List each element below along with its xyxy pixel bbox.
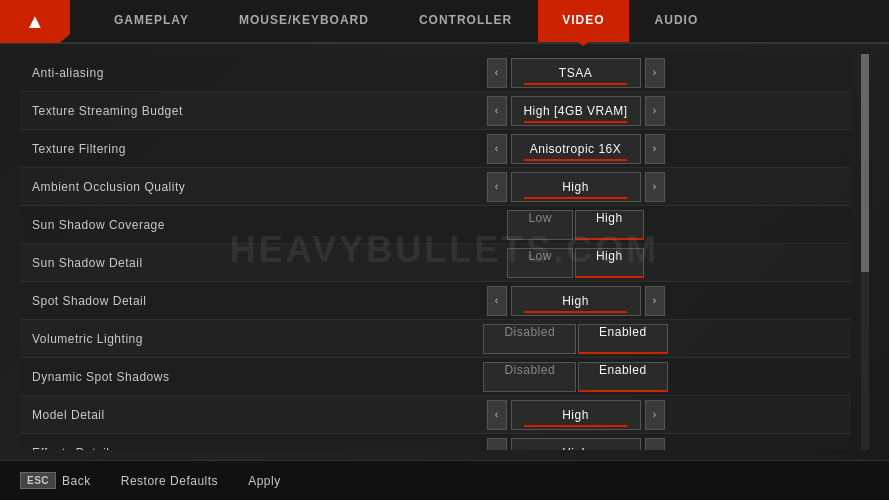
action-apply[interactable]: Apply bbox=[248, 474, 281, 488]
value-ambient-occlusion: High bbox=[511, 172, 641, 202]
next-ambient-occlusion[interactable]: › bbox=[645, 172, 665, 202]
settings-panel[interactable]: Anti-aliasing ‹ TSAA › Texture Streaming… bbox=[20, 54, 851, 450]
next-effects-detail[interactable]: › bbox=[645, 438, 665, 451]
action-restore-defaults[interactable]: Restore Defaults bbox=[121, 474, 218, 488]
toggle-volumetric-lighting-disabled[interactable]: Disabled bbox=[483, 324, 576, 354]
control-spot-shadow-detail: ‹ High › bbox=[312, 286, 839, 316]
toggle-sun-shadow-detail: Low High bbox=[507, 248, 643, 278]
toggle-sun-shadow-coverage: Low High bbox=[507, 210, 643, 240]
next-spot-shadow-detail[interactable]: › bbox=[645, 286, 665, 316]
apply-label: Apply bbox=[248, 474, 281, 488]
prev-spot-shadow-detail[interactable]: ‹ bbox=[487, 286, 507, 316]
toggle-volumetric-lighting-enabled[interactable]: Enabled bbox=[578, 324, 668, 354]
value-effects-detail: High bbox=[511, 438, 641, 451]
back-label: Back bbox=[62, 474, 91, 488]
esc-key-badge: ESC bbox=[20, 472, 56, 489]
label-ambient-occlusion: Ambient Occlusion Quality bbox=[32, 180, 312, 194]
arrow-selector-spot-shadow-detail: ‹ High › bbox=[487, 286, 665, 316]
setting-row-texture-filtering: Texture Filtering ‹ Anisotropic 16X › bbox=[20, 130, 851, 168]
toggle-sun-shadow-coverage-low[interactable]: Low bbox=[507, 210, 573, 240]
control-sun-shadow-detail: Low High bbox=[312, 248, 839, 278]
label-texture-streaming: Texture Streaming Budget bbox=[32, 104, 312, 118]
arrow-selector-texture-filtering: ‹ Anisotropic 16X › bbox=[487, 134, 665, 164]
control-dynamic-spot-shadows: Disabled Enabled bbox=[312, 362, 839, 392]
toggle-dynamic-spot-shadows-enabled[interactable]: Enabled bbox=[578, 362, 668, 392]
label-effects-detail: Effects Detail bbox=[32, 446, 312, 451]
label-model-detail: Model Detail bbox=[32, 408, 312, 422]
arrow-selector-effects-detail: ‹ High › bbox=[487, 438, 665, 451]
next-texture-streaming[interactable]: › bbox=[645, 96, 665, 126]
nav-bar: ▲ GAMEPLAY MOUSE/KEYBOARD CONTROLLER VID… bbox=[0, 0, 889, 44]
control-effects-detail: ‹ High › bbox=[312, 438, 839, 451]
toggle-dynamic-spot-shadows-disabled[interactable]: Disabled bbox=[483, 362, 576, 392]
control-anti-aliasing: ‹ TSAA › bbox=[312, 58, 839, 88]
value-spot-shadow-detail: High bbox=[511, 286, 641, 316]
toggle-volumetric-lighting: Disabled Enabled bbox=[483, 324, 667, 354]
label-spot-shadow-detail: Spot Shadow Detail bbox=[32, 294, 312, 308]
toggle-sun-shadow-detail-low[interactable]: Low bbox=[507, 248, 573, 278]
control-texture-filtering: ‹ Anisotropic 16X › bbox=[312, 134, 839, 164]
prev-ambient-occlusion[interactable]: ‹ bbox=[487, 172, 507, 202]
restore-defaults-label: Restore Defaults bbox=[121, 474, 218, 488]
arrow-selector-anti-aliasing: ‹ TSAA › bbox=[487, 58, 665, 88]
prev-effects-detail[interactable]: ‹ bbox=[487, 438, 507, 451]
control-texture-streaming: ‹ High [4GB VRAM] › bbox=[312, 96, 839, 126]
setting-row-volumetric-lighting: Volumetric Lighting Disabled Enabled bbox=[20, 320, 851, 358]
toggle-sun-shadow-coverage-high[interactable]: High bbox=[575, 210, 644, 240]
label-sun-shadow-coverage: Sun Shadow Coverage bbox=[32, 218, 312, 232]
toggle-dynamic-spot-shadows: Disabled Enabled bbox=[483, 362, 667, 392]
value-model-detail: High bbox=[511, 400, 641, 430]
control-model-detail: ‹ High › bbox=[312, 400, 839, 430]
nav-tabs: GAMEPLAY MOUSE/KEYBOARD CONTROLLER VIDEO… bbox=[90, 0, 722, 42]
tab-video[interactable]: VIDEO bbox=[538, 0, 628, 42]
tab-mouse-keyboard[interactable]: MOUSE/KEYBOARD bbox=[215, 0, 393, 42]
control-sun-shadow-coverage: Low High bbox=[312, 210, 839, 240]
label-dynamic-spot-shadows: Dynamic Spot Shadows bbox=[32, 370, 312, 384]
prev-texture-filtering[interactable]: ‹ bbox=[487, 134, 507, 164]
label-volumetric-lighting: Volumetric Lighting bbox=[32, 332, 312, 346]
label-texture-filtering: Texture Filtering bbox=[32, 142, 312, 156]
label-anti-aliasing: Anti-aliasing bbox=[32, 66, 312, 80]
setting-row-anti-aliasing: Anti-aliasing ‹ TSAA › bbox=[20, 54, 851, 92]
arrow-selector-texture-streaming: ‹ High [4GB VRAM] › bbox=[487, 96, 665, 126]
setting-row-sun-shadow-coverage: Sun Shadow Coverage Low High bbox=[20, 206, 851, 244]
value-texture-filtering: Anisotropic 16X bbox=[511, 134, 641, 164]
arrow-selector-model-detail: ‹ High › bbox=[487, 400, 665, 430]
prev-model-detail[interactable]: ‹ bbox=[487, 400, 507, 430]
toggle-sun-shadow-detail-high[interactable]: High bbox=[575, 248, 644, 278]
control-volumetric-lighting: Disabled Enabled bbox=[312, 324, 839, 354]
bottom-bar: ESC Back Restore Defaults Apply bbox=[0, 460, 889, 500]
label-sun-shadow-detail: Sun Shadow Detail bbox=[32, 256, 312, 270]
logo: ▲ bbox=[0, 0, 70, 43]
setting-row-sun-shadow-detail: Sun Shadow Detail Low High bbox=[20, 244, 851, 282]
next-texture-filtering[interactable]: › bbox=[645, 134, 665, 164]
setting-row-effects-detail: Effects Detail ‹ High › bbox=[20, 434, 851, 450]
tab-audio[interactable]: AUDIO bbox=[631, 0, 723, 42]
next-anti-aliasing[interactable]: › bbox=[645, 58, 665, 88]
setting-row-ambient-occlusion: Ambient Occlusion Quality ‹ High › bbox=[20, 168, 851, 206]
main-content: Anti-aliasing ‹ TSAA › Texture Streaming… bbox=[0, 44, 889, 460]
prev-anti-aliasing[interactable]: ‹ bbox=[487, 58, 507, 88]
tab-gameplay[interactable]: GAMEPLAY bbox=[90, 0, 213, 42]
setting-row-texture-streaming: Texture Streaming Budget ‹ High [4GB VRA… bbox=[20, 92, 851, 130]
scrollbar[interactable] bbox=[861, 54, 869, 450]
prev-texture-streaming[interactable]: ‹ bbox=[487, 96, 507, 126]
setting-row-spot-shadow-detail: Spot Shadow Detail ‹ High › bbox=[20, 282, 851, 320]
tab-controller[interactable]: CONTROLLER bbox=[395, 0, 536, 42]
control-ambient-occlusion: ‹ High › bbox=[312, 172, 839, 202]
next-model-detail[interactable]: › bbox=[645, 400, 665, 430]
scroll-thumb[interactable] bbox=[861, 54, 869, 272]
apex-logo-icon: ▲ bbox=[25, 10, 45, 33]
setting-row-model-detail: Model Detail ‹ High › bbox=[20, 396, 851, 434]
value-texture-streaming: High [4GB VRAM] bbox=[511, 96, 641, 126]
action-back[interactable]: ESC Back bbox=[20, 472, 91, 489]
setting-row-dynamic-spot-shadows: Dynamic Spot Shadows Disabled Enabled bbox=[20, 358, 851, 396]
value-anti-aliasing: TSAA bbox=[511, 58, 641, 88]
arrow-selector-ambient-occlusion: ‹ High › bbox=[487, 172, 665, 202]
